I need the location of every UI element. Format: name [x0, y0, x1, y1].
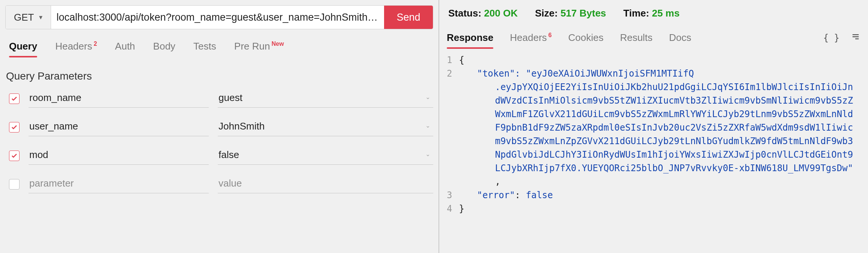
tab-docs[interactable]: Docs: [669, 32, 691, 48]
tab-badge: 6: [549, 32, 552, 38]
param-key-input[interactable]: [29, 118, 209, 136]
query-parameters: ⌄ ⌄: [5, 90, 433, 193]
check-icon: [11, 124, 18, 131]
response-pane: Status: 200 OK Size: 517 Bytes Time: 25 …: [439, 0, 868, 253]
tab-headers[interactable]: Headers2: [55, 41, 97, 57]
param-key-input[interactable]: [29, 147, 209, 165]
chevron-down-icon[interactable]: ⌄: [425, 151, 430, 158]
status-block: Status: 200 OK: [448, 8, 518, 19]
code-string: LCJybXRhIjp7fX0.YUEYQORci25blbO_JNP7vRvv…: [459, 161, 860, 175]
tab-cookies[interactable]: Cookies: [568, 32, 603, 48]
tab-pre-run[interactable]: Pre RunNew: [234, 41, 284, 57]
time-block: Time: 25 ms: [623, 8, 680, 19]
request-tabs: Query Headers2 Auth Body Tests Pre RunNe…: [5, 41, 433, 57]
send-button[interactable]: Send: [384, 6, 433, 29]
check-icon: [11, 152, 18, 159]
param-row: [9, 175, 433, 193]
tab-badge: New: [271, 41, 284, 47]
chevron-down-icon[interactable]: ⌄: [425, 93, 430, 101]
code-brace: }: [459, 203, 464, 214]
time-label: Time:: [623, 8, 649, 19]
tab-label: Query: [9, 41, 37, 52]
chevron-down-icon: ▾: [39, 13, 42, 21]
tab-auth[interactable]: Auth: [115, 41, 135, 57]
param-key-input[interactable]: [29, 175, 209, 193]
code-key: "error": [477, 190, 515, 200]
tab-label: Auth: [115, 41, 135, 52]
response-status-line: Status: 200 OK Size: 517 Bytes Time: 25 …: [447, 5, 860, 19]
line-gutter: 12 34: [447, 53, 459, 253]
param-value-input[interactable]: [218, 147, 433, 165]
tab-badge: 2: [93, 41, 97, 47]
braces-icon[interactable]: { }: [823, 33, 839, 43]
tab-tests[interactable]: Tests: [193, 41, 216, 57]
param-key-input[interactable]: [29, 90, 209, 108]
tab-label: Tests: [193, 41, 216, 52]
param-row: ⌄: [9, 118, 433, 136]
param-row: ⌄: [9, 147, 433, 165]
tab-label: Headers: [55, 41, 92, 52]
code-punct: ,: [459, 175, 860, 188]
tab-label: Pre Run: [234, 41, 270, 52]
query-section-title: Query Parameters: [5, 70, 433, 82]
code-brace: {: [459, 55, 464, 65]
check-icon: [11, 95, 18, 102]
tab-label: Cookies: [568, 32, 603, 43]
menu-icon[interactable]: [851, 33, 860, 43]
param-row: ⌄: [9, 90, 433, 108]
tab-label: Response: [447, 32, 493, 43]
url-input[interactable]: [51, 6, 384, 29]
param-value-input[interactable]: [218, 118, 433, 136]
http-method-select[interactable]: GET ▾: [6, 6, 51, 29]
size-label: Size:: [535, 8, 558, 19]
response-tabs: Response Headers6 Cookies Results Docs: [447, 32, 691, 48]
http-method-label: GET: [14, 12, 34, 23]
response-body-viewer[interactable]: 12 34 { "token": "eyJ0eXAiOiJWUWxnIjoiSF…: [447, 53, 860, 253]
tab-response[interactable]: Response: [447, 32, 493, 48]
tab-response-headers[interactable]: Headers6: [510, 32, 552, 48]
tab-label: Docs: [669, 32, 691, 43]
code-string: WxmLmF1ZGlvX211dGUiLcm9vbS5zZWxmLmRlYWYi…: [459, 107, 860, 121]
request-pane: GET ▾ Send Query Headers2 Auth Body Test…: [0, 0, 439, 253]
code-string: .eyJpYXQiOjEE2YiIsInUiOiJKb2huU21pdGgiLC…: [459, 80, 860, 94]
status-label: Status:: [448, 8, 481, 19]
tab-results[interactable]: Results: [620, 32, 653, 48]
chevron-down-icon[interactable]: ⌄: [425, 122, 430, 129]
param-value-input[interactable]: [218, 175, 433, 193]
param-enabled-checkbox[interactable]: [9, 122, 20, 133]
code-bool: false: [526, 190, 553, 200]
code-key: "token": [477, 68, 515, 79]
code-string: NpdGlvbiJdLCJhY3IiOnRydWUsIm1hIjoiYWxsIi…: [459, 148, 860, 161]
code-string: : "eyJ0eXAiOiJWUWxnIjoiSFM1MTIifQ: [515, 68, 694, 79]
request-bar: GET ▾ Send: [5, 5, 433, 29]
size-value: 517 Bytes: [561, 8, 606, 19]
code-string: F9pbnB1dF9zZW5zaXRpdml0eSIsInJvb20uc2VsZ…: [459, 121, 860, 134]
response-json: { "token": "eyJ0eXAiOiJWUWxnIjoiSFM1MTIi…: [459, 53, 860, 253]
status-value: 200 OK: [484, 8, 518, 19]
time-value: 25 ms: [652, 8, 680, 19]
response-tools: { }: [823, 33, 860, 43]
param-enabled-checkbox[interactable]: [9, 93, 20, 104]
code-string: dWVzdCIsInMiOlsicm9vbS5tZW1iZXIucmVtb3Zl…: [459, 94, 860, 107]
tab-label: Headers: [510, 32, 547, 43]
code-string: m9vbS5zZWxmLnZpZGVvX211dGUiLCJyb29tLnNlb…: [459, 134, 860, 148]
param-value-input[interactable]: [218, 90, 433, 108]
tab-label: Body: [153, 41, 175, 52]
tab-query[interactable]: Query: [9, 41, 37, 57]
size-block: Size: 517 Bytes: [535, 8, 606, 19]
tab-label: Results: [620, 32, 653, 43]
tab-body[interactable]: Body: [153, 41, 175, 57]
param-enabled-checkbox[interactable]: [9, 179, 20, 190]
param-enabled-checkbox[interactable]: [9, 151, 20, 161]
